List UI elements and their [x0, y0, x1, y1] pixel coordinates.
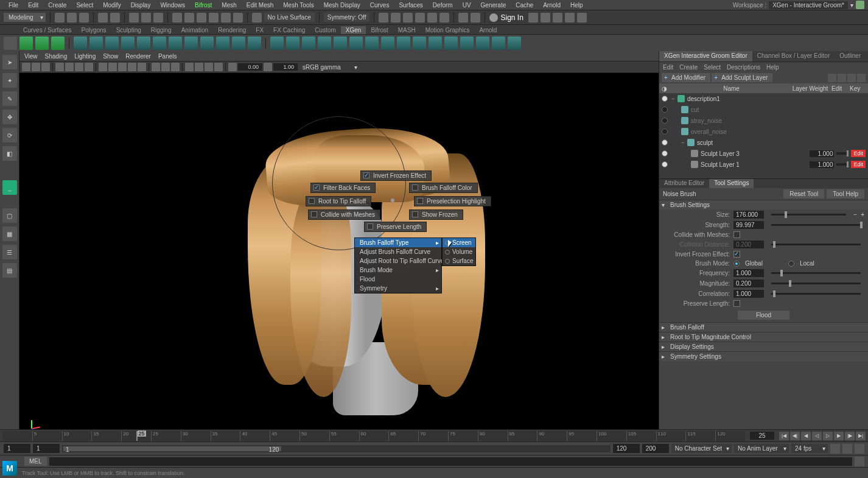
tool-help-button[interactable]: Tool Help — [827, 189, 864, 199]
shelf-tab-motion[interactable]: Motion Graphics — [421, 26, 475, 34]
visibility-toggle[interactable] — [662, 96, 668, 102]
xgen-place-icon[interactable] — [169, 37, 182, 50]
viewport[interactable]: Invert Frozen Effect Filter Back Faces B… — [19, 73, 659, 440]
tab-channel-box[interactable]: Channel Box / Layer Editor — [752, 51, 835, 62]
menu-create[interactable]: Create — [43, 2, 71, 9]
tree-row[interactable]: Sculpt Layer 31.000Edit — [659, 148, 868, 159]
mm-preselection-highlight[interactable]: Preselection Highlight — [414, 196, 491, 206]
magnitude-slider[interactable] — [771, 283, 861, 284]
shelf-tab-curves[interactable]: Curves / Surfaces — [18, 26, 76, 34]
expand-toggle[interactable]: − — [681, 139, 687, 146]
maya-logo-icon[interactable]: M — [2, 461, 17, 476]
pt-wireframe-icon[interactable] — [99, 63, 107, 71]
magnitude-input[interactable] — [733, 279, 764, 287]
xgen-scale-icon[interactable] — [302, 37, 315, 50]
strength-slider[interactable] — [771, 224, 861, 226]
pt-film-gate-icon[interactable] — [65, 63, 74, 71]
layer-weight-slider[interactable] — [836, 163, 849, 166]
tree-row[interactable]: Sculpt Layer 11.000Edit — [659, 159, 868, 170]
layout-icon-5[interactable] — [577, 13, 587, 23]
vis-header-icon[interactable]: ◑ — [662, 85, 674, 92]
timeline[interactable]: 5101520253035404550556065707580859095100… — [0, 429, 868, 441]
xgen-smooth-icon[interactable] — [232, 37, 245, 50]
collide-checkbox[interactable] — [733, 231, 740, 238]
tree-row[interactable]: cut — [659, 104, 868, 115]
fps-dropdown[interactable]: 24 fps — [791, 444, 828, 453]
panel-menu-lighting[interactable]: Lighting — [74, 53, 96, 60]
tab-attribute-editor[interactable]: Attribute Editor — [659, 179, 709, 188]
invert-frozen-checkbox[interactable] — [733, 251, 740, 258]
anim-layer-dropdown[interactable]: No Anim Layer — [734, 444, 789, 453]
go-end-icon[interactable]: ▶| — [856, 432, 866, 440]
xgen-bend-icon[interactable] — [334, 37, 347, 50]
name-header[interactable]: Name — [674, 85, 789, 92]
xgen-region-icon[interactable] — [444, 37, 458, 50]
layout-icon-3[interactable] — [553, 13, 562, 23]
pt-shadows-icon[interactable] — [138, 63, 146, 71]
range-start-inner[interactable]: 1 — [33, 444, 60, 453]
xg-help[interactable]: Help — [766, 64, 779, 71]
range-start-outer[interactable]: 1 — [4, 444, 30, 453]
range-end-inner[interactable]: 120 — [613, 444, 640, 453]
layout-outliner-icon[interactable]: ☰ — [2, 245, 17, 259]
shelf-tab-bifrost[interactable]: Bifrost — [366, 26, 393, 34]
menu-windows[interactable]: Windows — [155, 2, 190, 9]
range-slider[interactable]: 1120 — [62, 445, 611, 452]
xgen-density-icon[interactable] — [74, 37, 87, 50]
menu-generate[interactable]: Generate — [476, 2, 511, 9]
playblast-icon[interactable] — [458, 13, 468, 23]
mm-falloff-volume[interactable]: Volume — [443, 247, 475, 256]
pause-icon[interactable] — [471, 13, 480, 23]
mm-brush-mode[interactable]: Brush Mode▸ — [355, 265, 441, 275]
layout-persp-icon[interactable]: ▤ — [2, 263, 17, 278]
last-tool-icon[interactable]: ⎯ — [2, 180, 17, 195]
step-fwd-key-icon[interactable]: |▶ — [845, 432, 855, 440]
xgen-repel-icon[interactable] — [413, 37, 426, 50]
xgen-add-mod-icon[interactable] — [35, 37, 49, 50]
menu-display[interactable]: Display — [126, 2, 156, 9]
go-start-icon[interactable]: |◀ — [779, 432, 789, 440]
shelf-tab-custom[interactable]: Custom — [310, 26, 340, 34]
lasso-tool-icon[interactable]: ✦ — [2, 73, 17, 88]
section-brush-settings[interactable]: Brush Settings — [659, 200, 868, 209]
mm-brush-falloff-type[interactable]: Brush Falloff Type▸ — [355, 238, 441, 247]
tree-row[interactable]: −description1 — [659, 93, 868, 104]
range-end-outer[interactable]: 200 — [642, 444, 669, 453]
mm-collide-with-meshes[interactable]: Collide with Meshes — [308, 209, 380, 220]
mode-dropdown[interactable]: Modeling — [4, 13, 46, 22]
tab-xgen-editor[interactable]: XGen Interactive Groom Editor — [659, 51, 752, 62]
mm-brush-falloff-color[interactable]: Brush Falloff Color — [409, 183, 478, 193]
key-header[interactable]: Key — [850, 85, 866, 92]
edit-header[interactable]: Edit — [831, 85, 850, 92]
ipr-icon[interactable] — [403, 13, 413, 23]
shelf-tab-fxcaching[interactable]: FX Caching — [268, 26, 310, 34]
mm-falloff-surface[interactable]: Surface — [443, 256, 475, 265]
strength-input[interactable] — [733, 221, 764, 229]
snap-view-icon[interactable] — [221, 13, 231, 23]
section-root-tip-mag[interactable]: Root to Tip Magnitude Control — [659, 332, 868, 342]
xgen-extra1-icon[interactable] — [460, 37, 474, 50]
correlation-slider[interactable] — [771, 293, 861, 295]
lock-icon[interactable] — [856, 1, 864, 9]
visibility-toggle[interactable] — [662, 161, 668, 167]
scale-tool-icon[interactable]: ◧ — [2, 146, 17, 161]
layout-icon-2[interactable] — [541, 13, 550, 23]
xg-create[interactable]: Create — [679, 64, 698, 71]
pt-lights-icon[interactable] — [128, 63, 136, 71]
mm-invert-frozen[interactable]: Invert Frozen Effect — [360, 170, 432, 181]
menu-help[interactable]: Help — [565, 2, 588, 9]
workspace-arrow-icon[interactable]: ▾ — [850, 2, 853, 9]
pt-motion-blur-icon[interactable] — [195, 63, 203, 71]
xgen-grab-icon[interactable] — [318, 37, 331, 50]
magnet-icon[interactable] — [252, 13, 262, 23]
mm-preserve-length[interactable]: Preserve Length — [364, 222, 427, 232]
xg-edit[interactable]: Edit — [663, 64, 673, 71]
add-sculpt-layer-button[interactable]: Add Sculpt Layer — [712, 73, 772, 82]
tree-row[interactable]: stray_noise — [659, 115, 868, 126]
character-set-dropdown[interactable]: No Character Set — [671, 444, 732, 453]
snap-curve-icon[interactable] — [184, 13, 194, 23]
mm-adjust-root-tip-curve[interactable]: Adjust Root to Tip Falloff Curve — [355, 256, 441, 265]
mm-filter-back-faces[interactable]: Filter Back Faces — [310, 183, 376, 193]
snap-point-icon[interactable] — [197, 13, 206, 23]
redo-icon[interactable] — [110, 13, 120, 23]
